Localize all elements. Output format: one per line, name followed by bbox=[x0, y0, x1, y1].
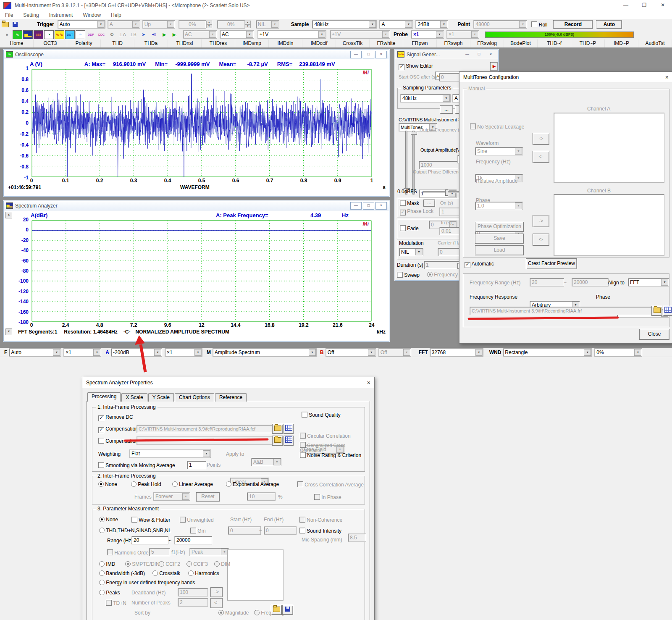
phase-optimization-button[interactable]: Phase Optimization bbox=[475, 222, 524, 232]
channel-a-add-button[interactable]: -> bbox=[533, 133, 549, 145]
coupling-b-select[interactable]: AC▼ bbox=[220, 30, 254, 39]
generalized-cross-correlation-checkbox[interactable]: Generalized Cross Correlation bbox=[300, 442, 365, 453]
output-amp-a-select[interactable]: 1▼ bbox=[419, 189, 457, 198]
properties-titlebar[interactable]: Spectrum Analyzer Properties × bbox=[82, 377, 374, 388]
tab-reference[interactable]: Reference bbox=[215, 393, 247, 402]
spectrum-analyzer-icon[interactable]: ▅▂ bbox=[23, 30, 33, 39]
apply-to-select[interactable]: A&B▼ bbox=[251, 458, 281, 466]
mic-spacing-input[interactable]: 8.5 bbox=[348, 533, 366, 542]
tdn-checkbox[interactable]: TD+N bbox=[106, 600, 126, 606]
spectrum-scroll-down-button[interactable]: ▼ bbox=[5, 328, 12, 335]
tab-y-scale[interactable]: Y Scale bbox=[148, 393, 174, 402]
energy-bands-radio[interactable]: Energy in user defined frequency bands bbox=[99, 580, 195, 586]
tab-frswph[interactable]: FRswph bbox=[437, 39, 470, 47]
auto-button[interactable]: Auto bbox=[596, 20, 622, 29]
range-a-select[interactable]: ±1V▼ bbox=[257, 30, 326, 39]
remove-dc-checkbox[interactable]: Remove DC bbox=[98, 414, 133, 421]
bands-open-button[interactable] bbox=[271, 605, 282, 615]
tab-bodeplot[interactable]: BodePlot bbox=[504, 39, 538, 47]
menu-setting[interactable]: Setting bbox=[18, 12, 44, 18]
sample-rate-select[interactable]: 48kHz▼ bbox=[312, 20, 377, 29]
save-file-icon[interactable] bbox=[10, 20, 20, 29]
signal-generator-icon[interactable]: ∿∿ bbox=[55, 30, 64, 39]
channel-b-listbox[interactable] bbox=[554, 194, 664, 256]
siggen-minimize-button[interactable]: — bbox=[462, 51, 472, 58]
ground-b-icon[interactable]: ⊥B bbox=[128, 30, 138, 39]
unweighted-checkbox[interactable]: Unweighted bbox=[180, 517, 214, 523]
peaks-radio[interactable]: Peaks bbox=[99, 590, 120, 596]
channel-a-remove-button[interactable]: <- bbox=[533, 151, 549, 163]
frequency-range-max-input[interactable]: 20000 bbox=[572, 278, 609, 286]
thd-radio[interactable]: THD,THD+N,SINAD,SNR,NL bbox=[99, 528, 171, 533]
tab-thda[interactable]: THDa bbox=[134, 39, 168, 47]
a-range-select[interactable]: -200dB▼ bbox=[111, 348, 162, 357]
ddc-icon[interactable]: DDC bbox=[97, 30, 106, 39]
channel-b-remove-button[interactable]: <- bbox=[533, 234, 549, 246]
tab-frpwn[interactable]: FRpwn bbox=[403, 39, 437, 47]
fft-size-select[interactable]: 32768▼ bbox=[430, 348, 483, 357]
compensation1-open-button[interactable] bbox=[272, 424, 283, 434]
sort-magnitude-radio[interactable]: Magnitude bbox=[218, 610, 249, 616]
menu-file[interactable]: File bbox=[0, 12, 18, 18]
tab-crosstlk[interactable]: CrossTlk bbox=[336, 39, 370, 47]
weighting-select[interactable]: Flat▼ bbox=[129, 449, 211, 458]
probe-b-select[interactable]: ×1▼ bbox=[446, 30, 479, 39]
multitones-titlebar[interactable]: MultiTones Configuration × bbox=[459, 72, 672, 83]
tab-audiotst[interactable]: AudioTst bbox=[638, 39, 672, 47]
tab-thdnsl[interactable]: THDnsl bbox=[168, 39, 202, 47]
oscilloscope-icon[interactable]: ∿ bbox=[13, 30, 22, 39]
tab-imdsmp[interactable]: IMDsmp bbox=[235, 39, 269, 47]
gm-checkbox[interactable]: Gm bbox=[190, 528, 206, 534]
spectrum-scroll-up-button[interactable]: ▲ bbox=[5, 212, 12, 218]
dut-icon[interactable]: DUT bbox=[65, 30, 75, 39]
peak-hold-radio[interactable]: Peak Hold bbox=[131, 481, 161, 487]
menu-help[interactable]: Help bbox=[106, 12, 126, 18]
m-mode-select[interactable]: Amplitude Spectrum▼ bbox=[213, 348, 317, 357]
noise-rating-checkbox[interactable]: Noise Rating & Criterion bbox=[300, 452, 361, 458]
dbfs-slider[interactable] bbox=[423, 191, 461, 193]
oscilloscope-close-button[interactable]: × bbox=[375, 51, 387, 58]
compensation2-edit-button[interactable] bbox=[284, 436, 294, 446]
run-icon[interactable]: ▶ bbox=[160, 30, 169, 39]
b-mode-select[interactable]: Off▼ bbox=[378, 348, 411, 357]
pm-none-radio[interactable]: None bbox=[99, 517, 118, 523]
overlap-select[interactable]: 0%▼ bbox=[594, 348, 642, 357]
tab-thd-p[interactable]: THD~P bbox=[571, 39, 605, 47]
exponential-average-radio[interactable]: Exponential Average bbox=[226, 481, 279, 487]
tab-oct3[interactable]: OCT3 bbox=[34, 39, 67, 47]
tab-thd[interactable]: THD bbox=[101, 39, 134, 47]
trigger-source-select[interactable]: A▼ bbox=[108, 20, 140, 29]
bands-save-button[interactable] bbox=[282, 605, 293, 615]
linear-average-radio[interactable]: Linear Average bbox=[172, 481, 213, 487]
tab-x-scale[interactable]: X Scale bbox=[121, 393, 147, 402]
probe-a-select[interactable]: ×1▼ bbox=[411, 30, 444, 39]
tab-polarity[interactable]: Polarity bbox=[67, 39, 101, 47]
waveform-select[interactable]: Sine▼ bbox=[475, 147, 523, 155]
compensation1-checkbox[interactable]: Compensation 1 bbox=[98, 426, 142, 433]
frames-select[interactable]: Forever▼ bbox=[153, 492, 190, 501]
oscilloscope-titlebar[interactable]: ∿ Oscilloscope — □ × bbox=[4, 50, 389, 59]
crosstalk-radio[interactable]: Crosstalk bbox=[152, 570, 180, 576]
in-phase-checkbox[interactable]: In Phase bbox=[314, 494, 341, 500]
show-editor-checkbox[interactable]: Show Editor bbox=[399, 63, 433, 70]
f-mult-select[interactable]: ×1▼ bbox=[63, 348, 101, 357]
interframe-none-radio[interactable]: None bbox=[98, 481, 117, 487]
compensation1-edit-button[interactable] bbox=[284, 424, 294, 434]
spectrum-plot[interactable] bbox=[32, 220, 372, 322]
modulation-select[interactable]: NIL▼ bbox=[399, 248, 423, 256]
smpte-radio[interactable]: SMPTE/DIN bbox=[125, 561, 160, 567]
derived-data-point-icon[interactable]: ≈ bbox=[76, 30, 85, 39]
spectrum-minimize-button[interactable]: — bbox=[350, 202, 362, 210]
bandwidth-radio[interactable]: Bandwidth (-3dB) bbox=[99, 570, 145, 576]
harmonic-order-input[interactable]: 5 bbox=[149, 548, 170, 556]
fade-checkbox[interactable]: Fade bbox=[400, 225, 419, 231]
harmonic-order-checkbox[interactable]: Harmonic Order bbox=[107, 549, 150, 556]
siggen-maximize-button[interactable]: □ bbox=[474, 51, 484, 58]
bands-add-button[interactable]: -> bbox=[210, 587, 223, 597]
f-mode-select[interactable]: Auto▼ bbox=[9, 348, 61, 357]
tab-imddin[interactable]: IMDdin bbox=[269, 39, 302, 47]
circular-correlation-checkbox[interactable]: Circular Correlation bbox=[300, 433, 351, 439]
end-hz-input[interactable]: 0 bbox=[264, 526, 297, 535]
frf-edit-button[interactable] bbox=[663, 306, 672, 316]
align-to-select[interactable]: FFT▼ bbox=[628, 278, 669, 286]
